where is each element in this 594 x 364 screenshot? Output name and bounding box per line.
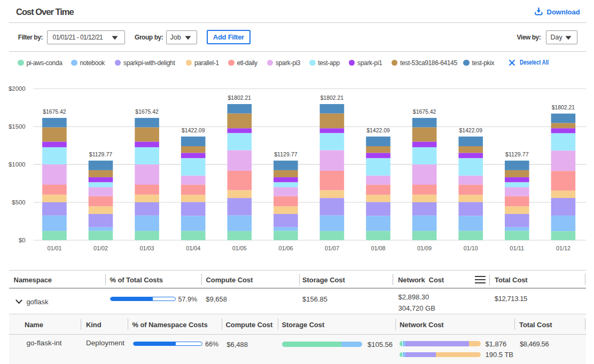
svg-text:$1675.42: $1675.42 bbox=[413, 108, 436, 115]
svg-text:$1129.77: $1129.77 bbox=[505, 151, 529, 157]
svg-text:01/12: 01/12 bbox=[556, 245, 570, 251]
svg-text:$1422.09: $1422.09 bbox=[459, 127, 482, 133]
svg-text:$1802.21: $1802.21 bbox=[552, 104, 575, 110]
svg-text:01/06: 01/06 bbox=[278, 245, 293, 251]
svg-text:01/07: 01/07 bbox=[325, 245, 339, 251]
svg-text:$1675.42: $1675.42 bbox=[43, 108, 66, 115]
svg-text:$1422.09: $1422.09 bbox=[366, 127, 390, 133]
svg-text:$1500: $1500 bbox=[9, 123, 25, 130]
svg-text:01/10: 01/10 bbox=[464, 245, 478, 251]
svg-text:$1129.77: $1129.77 bbox=[89, 151, 113, 157]
svg-text:01/03: 01/03 bbox=[140, 245, 154, 251]
svg-text:$1802.21: $1802.21 bbox=[321, 94, 344, 101]
svg-text:01/09: 01/09 bbox=[417, 245, 432, 251]
svg-text:$500: $500 bbox=[12, 199, 25, 205]
svg-text:01/01: 01/01 bbox=[47, 245, 61, 251]
svg-text:$1675.42: $1675.42 bbox=[135, 108, 159, 115]
svg-text:01/02: 01/02 bbox=[93, 245, 108, 251]
svg-text:$1000: $1000 bbox=[9, 161, 25, 168]
svg-text:01/04: 01/04 bbox=[186, 245, 201, 251]
svg-text:$1422.09: $1422.09 bbox=[182, 127, 205, 133]
svg-text:$1129.77: $1129.77 bbox=[274, 151, 298, 157]
svg-text:$0: $0 bbox=[19, 237, 26, 243]
svg-text:01/11: 01/11 bbox=[510, 245, 524, 251]
svg-text:$2000: $2000 bbox=[9, 85, 25, 92]
svg-text:$1802.21: $1802.21 bbox=[228, 94, 252, 101]
svg-text:01/08: 01/08 bbox=[371, 245, 386, 251]
svg-text:01/05: 01/05 bbox=[232, 245, 247, 251]
